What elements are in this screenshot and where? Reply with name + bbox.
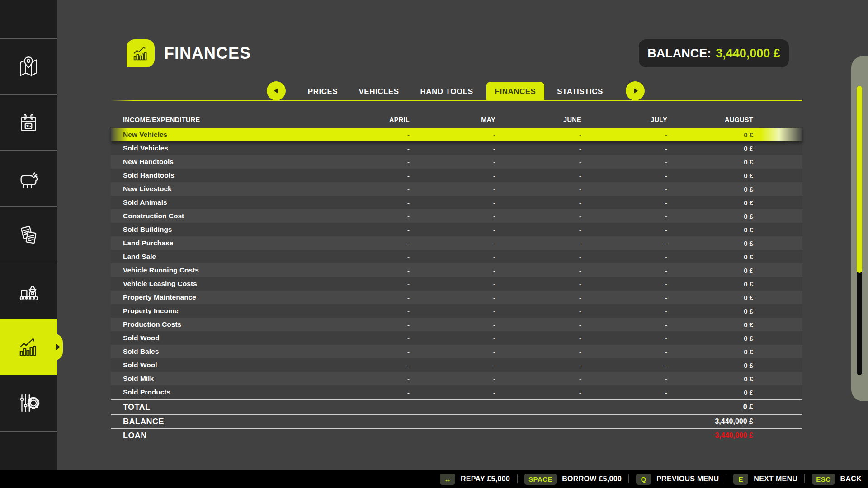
tab-vehicles[interactable]: VEHICLES	[353, 82, 405, 101]
cell-august: 0 £	[667, 226, 753, 234]
sidebar-item-finances[interactable]	[0, 319, 57, 375]
table-row-construction-cost[interactable]: Construction Cost----0 £	[111, 209, 802, 223]
cell-june: -	[495, 361, 581, 369]
hotkey-label: NEXT MENU	[754, 475, 797, 483]
table-row-land-sale[interactable]: Land Sale----0 £	[111, 250, 802, 263]
sidebar-item-animals[interactable]	[0, 150, 57, 206]
cell-may: -	[410, 226, 495, 234]
esc-key[interactable]: ESC	[812, 474, 835, 485]
finances-screen: FINANCES BALANCE: 3,440,000 £ PRICESVEHI…	[0, 0, 868, 488]
cell-july: -	[581, 307, 667, 315]
hotkey-repay-5-000[interactable]: ↔REPAY £5,000	[440, 474, 510, 485]
next-tab-button[interactable]	[626, 81, 645, 100]
table-row-vehicle-leasing-costs[interactable]: Vehicle Leasing Costs----0 £	[111, 277, 802, 291]
page-title: FINANCES	[164, 44, 251, 63]
cell-may: -	[410, 294, 495, 301]
sidebar-item-production[interactable]	[0, 263, 57, 319]
space-key[interactable]: SPACE	[524, 474, 557, 485]
table-row-property-maintenance[interactable]: Property Maintenance----0 £	[111, 291, 802, 304]
cell-april: -	[324, 294, 410, 301]
table-row-sold-vehicles[interactable]: Sold Vehicles----0 £	[111, 141, 802, 155]
table-row-new-handtools[interactable]: New Handtools----0 £	[111, 155, 802, 169]
cell-june: -	[495, 226, 581, 234]
cell-may: -	[410, 280, 495, 288]
tab-hand-tools[interactable]: HAND TOOLS	[416, 82, 477, 101]
q-key[interactable]: Q	[636, 474, 651, 485]
cell-july: -	[581, 212, 667, 220]
cell-august: 0 £	[667, 307, 753, 315]
tab-statistics[interactable]: STATISTICS	[552, 82, 608, 101]
cell-april: -	[324, 131, 410, 139]
hotkey-divider	[726, 474, 726, 483]
table-header-divider	[111, 127, 802, 127]
column-header-june: JUNE	[495, 116, 581, 123]
table-row-sold-products[interactable]: Sold Products----0 £	[111, 385, 802, 399]
cell-july: -	[581, 294, 667, 301]
tab-finances[interactable]: FINANCES	[486, 82, 544, 101]
hotkey-label: REPAY £5,000	[461, 475, 510, 483]
row-label: Vehicle Leasing Costs	[111, 280, 324, 288]
cell-may: -	[410, 185, 495, 193]
e-key[interactable]: E	[733, 474, 748, 485]
production-icon	[15, 278, 42, 304]
column-header-may: MAY	[410, 116, 495, 123]
cell-may: -	[410, 348, 495, 356]
cell-july: -	[581, 253, 667, 261]
row-label: Sold Handtools	[111, 171, 324, 179]
finances-header-icon-badge	[127, 39, 155, 67]
table-row-sold-wood[interactable]: Sold Wood----0 £	[111, 331, 802, 345]
table-row-vehicle-running-costs[interactable]: Vehicle Running Costs----0 £	[111, 263, 802, 277]
table-row-sold-handtools[interactable]: Sold Handtools----0 £	[111, 169, 802, 182]
table-row-sold-animals[interactable]: Sold Animals----0 £	[111, 196, 802, 209]
table-row-sold-bales[interactable]: Sold Bales----0 £	[111, 345, 802, 358]
table-row-new-livestock[interactable]: New Livestock----0 £	[111, 182, 802, 196]
cell-july: -	[581, 131, 667, 139]
cell-may: -	[410, 172, 495, 179]
balance-badge: BALANCE: 3,440,000 £	[639, 39, 789, 67]
cell-june: -	[495, 185, 581, 193]
hotkey-borrow-5-000[interactable]: SPACEBORROW £5,000	[524, 474, 622, 485]
row-label: New Livestock	[111, 185, 324, 193]
tab-bar: PRICESVEHICLESHAND TOOLSFINANCESSTATISTI…	[0, 82, 868, 101]
tab-prices[interactable]: PRICES	[300, 82, 345, 101]
table-row-land-purchase[interactable]: Land Purchase----0 £	[111, 236, 802, 250]
table-body: New Vehicles----0 £Sold Vehicles----0 £N…	[111, 128, 802, 399]
row-label: Sold Products	[111, 388, 324, 396]
cell-april: -	[324, 280, 410, 288]
sidebar-item-contracts[interactable]	[0, 206, 57, 263]
cell-august: 0 £	[667, 158, 753, 166]
cell-august: 0 £	[667, 361, 753, 369]
cell-july: -	[581, 158, 667, 166]
column-header-august: AUGUST	[667, 116, 753, 123]
cell-august: 0 £	[667, 389, 753, 396]
table-row-sold-buildings[interactable]: Sold Buildings----0 £	[111, 223, 802, 236]
cell-august: 0 £	[667, 253, 753, 261]
cell-june: -	[495, 321, 581, 328]
hotkey-previous-menu[interactable]: QPREVIOUS MENU	[636, 474, 719, 485]
scrollbar-thumb[interactable]	[857, 86, 862, 273]
cell-july: -	[581, 321, 667, 328]
table-header-row: INCOME/EXPENDITUREAPRILMAYJUNEJULYAUGUST	[111, 113, 802, 127]
hotkey-next-menu[interactable]: ENEXT MENU	[733, 474, 797, 485]
sidebar-item-settings[interactable]	[0, 375, 57, 431]
cell-june: -	[495, 158, 581, 166]
hotkey-label: BORROW £5,000	[562, 475, 622, 483]
table-row-property-income[interactable]: Property Income----0 £	[111, 304, 802, 318]
sidebar-item-calendar[interactable]	[0, 94, 57, 150]
cell-june: -	[495, 172, 581, 179]
table-row-new-vehicles[interactable]: New Vehicles----0 £	[111, 128, 802, 141]
table-row-sold-wool[interactable]: Sold Wool----0 £	[111, 358, 802, 372]
sidebar-item-map[interactable]	[0, 38, 57, 94]
table-row-production-costs[interactable]: Production Costs----0 £	[111, 318, 802, 331]
row-label: Land Sale	[111, 253, 324, 261]
tab-key[interactable]: ↔	[440, 474, 455, 485]
hotkey-back[interactable]: ESCBACK	[812, 474, 862, 485]
cell-april: -	[324, 239, 410, 247]
cell-may: -	[410, 131, 495, 139]
contracts-icon	[15, 222, 42, 248]
table-row-sold-milk[interactable]: Sold Milk----0 £	[111, 372, 802, 385]
cell-april: -	[324, 307, 410, 315]
cell-june: -	[495, 348, 581, 356]
cell-july: -	[581, 389, 667, 396]
row-label: Sold Vehicles	[111, 144, 324, 152]
